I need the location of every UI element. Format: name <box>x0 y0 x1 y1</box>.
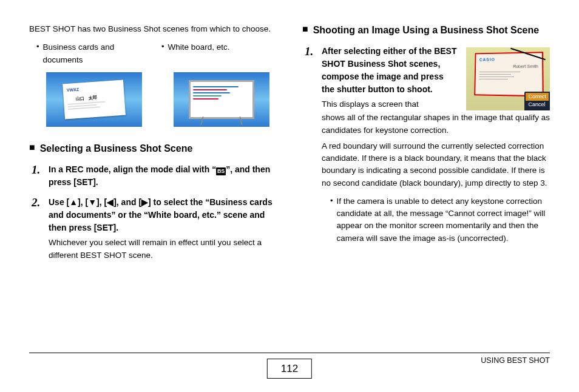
square-icon: ■ <box>29 141 35 153</box>
bullet-icon: • <box>330 195 333 245</box>
r-step1-bold: After selecting either of the BEST SHOT … <box>322 45 458 96</box>
footer-section-label: USING BEST SHOT <box>481 355 550 367</box>
bullet-whiteboard: • White board, etc. <box>161 41 277 66</box>
section-selecting: ■ Selecting a Business Shot Scene <box>29 141 277 156</box>
step-number: 2. <box>32 196 44 210</box>
left-column: BEST SHOT has two Business Shot scenes f… <box>29 23 277 339</box>
footer-divider <box>29 353 550 353</box>
right-step-1: 1. After selecting either of the BEST SH… <box>305 45 550 245</box>
whiteboard-graphic <box>185 76 258 123</box>
card-name: 山口 太郎 <box>75 92 121 102</box>
r-desc1: This displays a screen that <box>322 98 458 110</box>
casio-logo: CASIO <box>479 56 538 64</box>
bullet-label: White board, etc. <box>168 41 230 53</box>
section-title: Shooting an Image Using a Business Shot … <box>313 23 540 38</box>
card-logo: VWXZ <box>67 84 121 94</box>
menu-cancel: Cancel <box>528 101 546 109</box>
thumb-business-card: VWXZ 山口 太郎 <box>46 72 142 127</box>
r-desc3: A red boundary will surround the current… <box>322 140 550 189</box>
r-bullet-text: If the camera is unable to detect any ke… <box>337 195 550 245</box>
page-number: 112 <box>267 359 312 379</box>
step-1: 1. In a REC mode, align the mode dial wi… <box>32 163 277 189</box>
step2-desc: Whichever you select will remain in effe… <box>49 237 277 262</box>
business-card-graphic: VWXZ 山口 太郎 <box>63 79 126 119</box>
bs-mode-icon: BS <box>216 167 226 175</box>
intro-text: BEST SHOT has two Business Shot scenes f… <box>29 23 277 35</box>
section-title: Selecting a Business Shot Scene <box>40 141 193 156</box>
r-sub-bullet: • If the camera is unable to detect any … <box>330 195 550 245</box>
content-columns: BEST SHOT has two Business Shot scenes f… <box>29 23 550 339</box>
step2-bold: Use [▲], [▼], [◀], and [▶] to select the… <box>49 196 277 234</box>
keystone-card: CASIO Robert Smith <box>474 52 544 96</box>
right-column: ■ Shooting an Image Using a Business Sho… <box>302 23 550 339</box>
sample-name: Robert Smith <box>479 63 538 70</box>
square-icon: ■ <box>302 23 308 35</box>
section-shooting: ■ Shooting an Image Using a Business Sho… <box>302 23 550 38</box>
step-number: 1. <box>32 163 44 177</box>
bullet-business-cards: • Business cards and documents <box>36 41 152 66</box>
keystone-preview: CASIO Robert Smith Correct Cancel <box>466 47 550 110</box>
step1-text-pre: In a REC mode, align the mode dial with … <box>49 164 216 174</box>
bullet-icon: • <box>36 41 39 52</box>
step-number: 1. <box>305 45 317 59</box>
thumb-whiteboard <box>174 72 269 127</box>
r-desc2: shows all of the rectangular shapes in t… <box>322 112 550 137</box>
step-2: 2. Use [▲], [▼], [◀], and [▶] to select … <box>32 196 277 262</box>
bullet-icon: • <box>161 41 164 52</box>
correction-menu: Correct Cancel <box>524 92 550 110</box>
bullet-label: Business cards and documents <box>43 41 152 66</box>
menu-correct: Correct <box>526 93 549 101</box>
thumbnail-row: VWXZ 山口 太郎 <box>46 72 277 127</box>
scene-bullets: • Business cards and documents • White b… <box>36 41 277 66</box>
